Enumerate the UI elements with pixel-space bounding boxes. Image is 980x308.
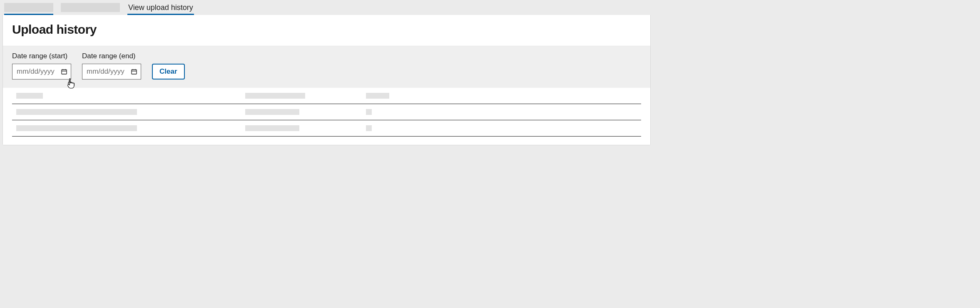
tab-1[interactable] [4, 0, 53, 15]
calendar-icon [131, 68, 137, 75]
date-start-label: Date range (start) [12, 52, 71, 60]
column-header-placeholder [366, 93, 389, 99]
card-header: Upload history [3, 15, 650, 46]
date-start-input[interactable]: mm/dd/yyyy [12, 64, 71, 79]
cell-placeholder [245, 125, 299, 131]
date-end-placeholder: mm/dd/yyyy [87, 67, 124, 76]
clear-button[interactable]: Clear [152, 64, 185, 79]
date-end-input[interactable]: mm/dd/yyyy [82, 64, 141, 79]
filter-bar: Date range (start) mm/dd/yyyy [3, 46, 650, 88]
tab-view-upload-history[interactable]: View upload history [127, 0, 194, 15]
table-header-row [12, 88, 641, 104]
tab-placeholder [61, 3, 120, 12]
cell-placeholder [366, 125, 372, 131]
date-range-end-group: Date range (end) mm/dd/yyyy [82, 52, 141, 79]
page-title: Upload history [12, 22, 641, 37]
table-area [3, 88, 650, 145]
column-header-placeholder [16, 93, 43, 99]
cell-placeholder [366, 109, 372, 115]
table-row [12, 104, 641, 120]
cell-placeholder [245, 109, 299, 115]
tab-label: View upload history [128, 3, 193, 12]
column-header-placeholder [245, 93, 305, 99]
cell-placeholder [16, 125, 137, 131]
date-end-label: Date range (end) [82, 52, 141, 60]
date-range-start-group: Date range (start) mm/dd/yyyy [12, 52, 71, 79]
tab-2[interactable] [61, 0, 120, 15]
svg-rect-4 [132, 70, 137, 74]
cell-placeholder [16, 109, 137, 115]
svg-rect-0 [62, 70, 67, 74]
tabs: View upload history [0, 0, 653, 15]
clear-button-label: Clear [159, 67, 177, 76]
date-start-placeholder: mm/dd/yyyy [17, 67, 55, 76]
calendar-icon [61, 68, 67, 75]
table-row [12, 120, 641, 137]
tab-placeholder [4, 3, 53, 12]
upload-history-card: Upload history Date range (start) mm/dd/… [2, 15, 651, 145]
